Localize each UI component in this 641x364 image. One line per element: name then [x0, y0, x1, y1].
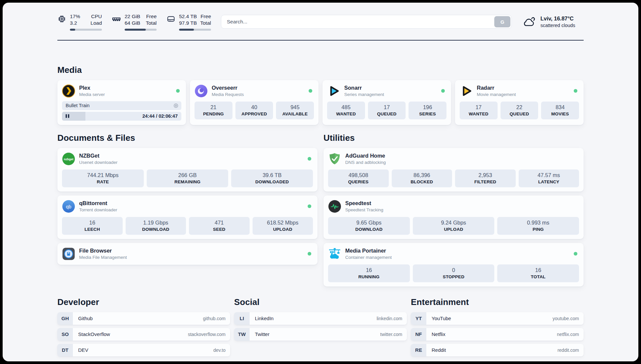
service-title: Media Portainer: [345, 248, 570, 254]
status-dot-online: [309, 89, 312, 93]
memory-progress-bar: [125, 29, 157, 31]
playback-progress-bar[interactable]: 24:44 / 02:06:47: [62, 112, 181, 121]
service-card-radarr[interactable]: Radarr Movie management 17WANTED 22QUEUE…: [455, 80, 584, 125]
ram-icon: [112, 15, 121, 23]
stat-box: 16TOTAL: [497, 264, 579, 282]
service-subtitle: Media File Management: [79, 255, 304, 260]
filebrowser-icon: [62, 247, 75, 260]
service-card-plex[interactable]: Plex Media server Bullet Train: [57, 80, 186, 125]
bookmark-stackoverflow[interactable]: SO StackOverflow stackoverflow.com: [57, 328, 230, 341]
memory-total-value: 64 GiB: [125, 20, 140, 26]
bookmark-abbr: DT: [57, 344, 73, 356]
stat-box: 40APPROVED: [235, 102, 273, 119]
bookmark-url: dev.to: [213, 348, 230, 353]
status-dot-online: [308, 157, 311, 161]
service-card-qbittorrent[interactable]: qb qBittorrent Torrent downloader 16LEEC…: [57, 196, 318, 239]
service-title: File Browser: [79, 248, 304, 254]
stat-box: 744.21 MbpsRATE: [62, 169, 144, 187]
section-heading-developer: Developer: [57, 297, 230, 307]
bookmark-url: linkedin.com: [377, 316, 407, 321]
section-utilities: Utilities AdGuard Home DNS: [323, 133, 584, 287]
service-subtitle: Usenet downloader: [79, 160, 304, 165]
disk-total-label: Total: [200, 20, 211, 26]
section-heading-documents: Documents & Files: [57, 133, 318, 143]
service-title: Overseerr: [212, 85, 305, 91]
bookmark-name: Github: [73, 316, 203, 321]
bookmark-twitter[interactable]: TW Twitter twitter.com: [234, 328, 407, 341]
weather-widget: Lviv, 16.87°C scattered clouds: [522, 15, 584, 28]
bookmark-youtube[interactable]: YT YouTube youtube.com: [411, 312, 584, 325]
stat-box: 21PENDING: [195, 102, 232, 119]
nzbget-icon: nzbget: [62, 152, 75, 166]
service-subtitle: Container management: [345, 255, 570, 260]
portainer-icon: [328, 247, 341, 260]
section-heading-utilities: Utilities: [323, 133, 584, 143]
bookmark-reddit[interactable]: RE Reddit reddit.com: [411, 344, 584, 356]
bookmark-abbr: NF: [411, 328, 426, 341]
disk-free-label: Free: [200, 13, 211, 20]
sonarr-icon: [327, 84, 340, 98]
stat-box: 0STOPPED: [413, 264, 495, 282]
service-card-adguard[interactable]: AdGuard Home DNS and adblocking 498,508Q…: [323, 148, 584, 192]
cpu-usage-value: 17%: [70, 13, 80, 20]
memory-widget: 22 GiB 64 GiB Free Total: [112, 13, 157, 31]
stat-box: 16LEECH: [62, 217, 123, 235]
service-title: NZBGet: [79, 153, 304, 159]
bookmark-name: Twitter: [250, 331, 380, 337]
service-card-overseerr[interactable]: Overseerr Media Requests 21PENDING 40APP…: [190, 80, 319, 125]
cpu-chip-icon: [57, 15, 66, 23]
search-engine-button[interactable]: G: [494, 16, 510, 27]
stat-box: 16RUNNING: [328, 264, 410, 282]
stat-box: 86,396BLOCKED: [392, 169, 452, 187]
cpu-label: CPU: [91, 13, 102, 20]
section-entertainment: Entertainment YT YouTube youtube.com NF …: [411, 297, 584, 356]
memory-free-label: Free: [146, 13, 157, 20]
bookmark-url: github.com: [203, 316, 230, 321]
bookmark-abbr: YT: [411, 312, 426, 325]
svg-text:qb: qb: [66, 203, 72, 209]
scattered-clouds-icon: [522, 16, 536, 28]
dashboard-page: 17% 3.2 CPU Load: [3, 3, 638, 361]
system-resources: 17% 3.2 CPU Load: [57, 13, 211, 31]
stat-box: 0.993 msPING: [497, 217, 579, 235]
status-dot-online: [308, 252, 311, 256]
bookmark-netflix[interactable]: NF Netflix netflix.com: [411, 328, 584, 341]
service-card-portainer[interactable]: Media Portainer Container management 16R…: [323, 243, 584, 287]
service-title: Radarr: [477, 85, 570, 91]
bookmark-dev[interactable]: DT DEV dev.to: [57, 344, 230, 356]
bookmark-linkedin[interactable]: LI LinkedIn linkedin.com: [234, 312, 407, 325]
now-playing-row[interactable]: Bullet Train: [62, 101, 181, 110]
stat-box: 9.65 GbpsDOWNLOAD: [328, 217, 410, 235]
service-card-filebrowser[interactable]: File Browser Media File Management: [57, 243, 318, 265]
bookmark-url: stackoverflow.com: [188, 332, 230, 337]
service-card-sonarr[interactable]: Sonarr Series management 485WANTED 17QUE…: [322, 80, 451, 125]
radarr-icon: [460, 84, 473, 98]
section-heading-media: Media: [57, 65, 584, 75]
cpu-label-2: Load: [91, 20, 102, 26]
service-card-nzbget[interactable]: nzbget NZBGet Usenet downloader 744.21 M…: [57, 148, 318, 192]
header-divider: [57, 40, 584, 41]
now-playing-title: Bullet Train: [66, 103, 90, 108]
service-subtitle: Torrent downloader: [79, 207, 304, 212]
pause-icon[interactable]: [66, 114, 69, 118]
weather-location-temp: Lviv, 16.87°C: [540, 15, 575, 22]
adguard-icon: [328, 152, 341, 166]
bookmark-abbr: LI: [234, 312, 250, 325]
status-dot-online: [308, 204, 311, 208]
svg-text:nzbget: nzbget: [64, 157, 74, 161]
memory-free-value: 22 GiB: [125, 13, 140, 20]
search-input[interactable]: [221, 15, 512, 29]
stat-box: 196SERIES: [409, 102, 446, 119]
bookmark-github[interactable]: GH Github github.com: [57, 312, 230, 325]
section-heading-entertainment: Entertainment: [411, 297, 584, 307]
session-target-icon[interactable]: [173, 103, 178, 108]
service-card-speedtest[interactable]: Speedtest Speedtest Tracking 9.65 GbpsDO…: [323, 196, 584, 239]
disk-total-value: 97.9 TB: [179, 20, 197, 26]
stat-box: 618.52 MbpsUPLOAD: [253, 217, 313, 235]
service-title: Speedtest: [345, 200, 579, 206]
disk-free-value: 52.4 TB: [179, 13, 197, 20]
search-form: G: [221, 15, 512, 29]
disk-progress-bar: [179, 29, 211, 31]
section-documents-files: Documents & Files nzbget NZBGet Usenet d…: [57, 133, 318, 287]
stat-box: 834MOVIES: [541, 102, 579, 119]
